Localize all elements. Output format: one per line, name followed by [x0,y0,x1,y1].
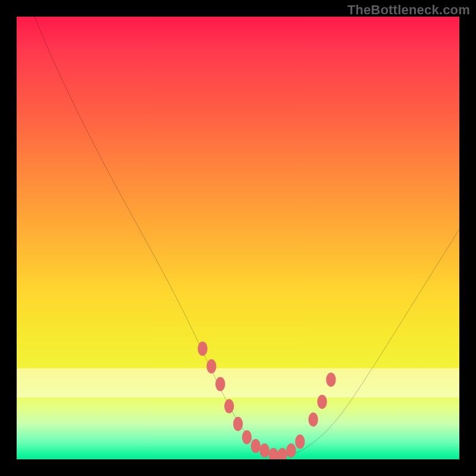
highlight-dot [326,372,336,387]
highlight-dot [295,434,305,449]
chart-frame: TheBottleneck.com [0,0,476,476]
highlight-dot [317,394,327,409]
watermark-text: TheBottleneck.com [347,2,470,18]
highlight-dot [233,417,243,431]
highlight-dot [259,443,269,458]
highlight-dot [215,377,225,392]
highlight-dot [224,399,234,414]
highlight-dot [251,439,261,453]
highlight-dots-svg [17,17,459,459]
highlight-dot [277,448,287,459]
highlight-dot [242,430,252,444]
highlight-dot [206,359,216,374]
plot-area [17,17,459,459]
highlight-dot [286,443,296,458]
highlight-dot [268,448,278,459]
highlight-dot [308,412,318,427]
highlight-dot [198,342,207,356]
highlight-dots-group [198,342,336,459]
